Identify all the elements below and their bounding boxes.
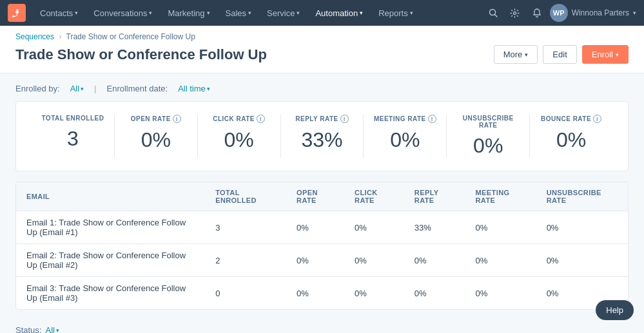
- info-icon[interactable]: i: [173, 115, 181, 123]
- meeting-rate-val: 0%: [465, 211, 536, 244]
- email-name: Email 2: Trade Show or Conference Follow…: [16, 244, 205, 277]
- table-row: Email 2: Trade Show or Conference Follow…: [16, 244, 628, 277]
- unsubscribe-rate-val: 0%: [536, 211, 628, 244]
- status-bar: Status: All ▾: [0, 320, 644, 333]
- chevron-down-icon: ▾: [81, 86, 84, 92]
- page-header: Sequences › Trade Show or Conference Fol…: [0, 26, 644, 73]
- chevron-down-icon: ▾: [360, 10, 363, 16]
- svg-line-1: [494, 15, 497, 17]
- col-click-rate: CLICK RATE: [344, 182, 404, 211]
- total-enrolled-val: 2: [205, 244, 286, 277]
- email-table-section: EMAIL TOTAL ENROLLED OPEN RATE CLICK RAT…: [15, 182, 629, 310]
- chevron-down-icon: ▾: [297, 10, 300, 16]
- col-total-enrolled: TOTAL ENROLLED: [205, 182, 286, 211]
- col-unsubscribe-rate: UNSUBSCRIBE RATE: [536, 182, 628, 211]
- open-rate-val: 0%: [286, 211, 344, 244]
- meeting-rate-val: 0%: [465, 244, 536, 277]
- nav-right-actions: WP Winnona Parters ▾: [484, 4, 636, 22]
- nav-contacts[interactable]: Contacts ▾: [34, 6, 84, 21]
- enrolled-by-label: Enrolled by:: [15, 84, 60, 93]
- breadcrumb-current: Trade Show or Conference Follow Up: [66, 32, 195, 41]
- col-meeting-rate: MEETING RATE: [465, 182, 536, 211]
- stat-click-rate: CLICK RATE i 0%: [198, 115, 281, 158]
- stat-open-rate: OPEN RATE i 0%: [115, 115, 198, 158]
- chevron-down-icon: ▾: [410, 10, 413, 16]
- breadcrumb-separator: ›: [59, 32, 61, 41]
- status-filter-label: Status:: [15, 325, 41, 333]
- status-filter[interactable]: All ▾: [45, 325, 59, 333]
- reply-rate-val: 0%: [404, 277, 465, 310]
- stat-meeting-rate: MEETING RATE i 0%: [364, 115, 447, 158]
- more-button[interactable]: More ▾: [494, 45, 538, 64]
- meeting-rate-val: 0%: [465, 277, 536, 310]
- stat-bounce-rate: BOUNCE RATE i 0%: [530, 115, 612, 158]
- user-name-label: Winnona Parters: [572, 8, 629, 17]
- hubspot-logo[interactable]: [8, 4, 26, 22]
- email-table: EMAIL TOTAL ENROLLED OPEN RATE CLICK RAT…: [16, 182, 628, 309]
- unsubscribe-rate-val: 0%: [536, 244, 628, 277]
- user-menu-chevron[interactable]: ▾: [633, 10, 636, 16]
- search-icon[interactable]: [484, 4, 502, 22]
- info-icon[interactable]: i: [257, 115, 265, 123]
- enroll-button[interactable]: Enroll ▾: [582, 45, 629, 64]
- page-title-row: Trade Show or Conference Follow Up More …: [15, 45, 629, 64]
- reply-rate-val: 33%: [404, 211, 465, 244]
- info-icon[interactable]: i: [428, 115, 436, 123]
- nav-sales[interactable]: Sales ▾: [219, 6, 259, 21]
- click-rate-val: 0%: [344, 211, 404, 244]
- top-navigation: Contacts ▾ Conversations ▾ Marketing ▾ S…: [0, 0, 644, 26]
- enrolled-by-filter[interactable]: All ▾: [70, 84, 84, 93]
- table-row: Email 3: Trade Show or Conference Follow…: [16, 277, 628, 310]
- total-enrolled-val: 0: [205, 277, 286, 310]
- filters-bar: Enrolled by: All ▾ | Enrollment date: Al…: [0, 76, 644, 101]
- reply-rate-val: 0%: [404, 244, 465, 277]
- breadcrumb-sequences-link[interactable]: Sequences: [15, 32, 54, 41]
- info-icon[interactable]: i: [340, 115, 349, 123]
- click-rate-val: 0%: [344, 244, 404, 277]
- nav-reports[interactable]: Reports ▾: [372, 6, 420, 21]
- chevron-down-icon: ▾: [616, 52, 619, 58]
- stat-reply-rate: REPLY RATE i 33%: [281, 115, 364, 158]
- content-area: Enrolled by: All ▾ | Enrollment date: Al…: [0, 73, 644, 333]
- stats-card: TOTAL ENROLLED 3 OPEN RATE i 0% CLICK RA…: [15, 101, 629, 171]
- chevron-down-icon: ▾: [75, 10, 78, 16]
- nav-service[interactable]: Service ▾: [260, 6, 306, 21]
- avatar[interactable]: WP: [550, 4, 568, 22]
- breadcrumb: Sequences › Trade Show or Conference Fol…: [15, 32, 629, 41]
- email-name: Email 1: Trade Show or Conference Follow…: [16, 211, 205, 244]
- nav-automation[interactable]: Automation ▾: [309, 6, 369, 21]
- open-rate-val: 0%: [286, 244, 344, 277]
- stat-unsubscribe-rate: UNSUBSCRIBE RATE 0%: [447, 115, 530, 158]
- filter-separator: |: [94, 84, 96, 93]
- svg-point-2: [514, 12, 516, 14]
- chevron-down-icon: ▾: [525, 52, 528, 58]
- click-rate-val: 0%: [344, 277, 404, 310]
- open-rate-val: 0%: [286, 277, 344, 310]
- chevron-down-icon: ▾: [248, 10, 251, 16]
- email-name: Email 3: Trade Show or Conference Follow…: [16, 277, 205, 310]
- edit-button[interactable]: Edit: [543, 45, 576, 64]
- chevron-down-icon: ▾: [149, 10, 152, 16]
- chevron-down-icon: ▾: [207, 10, 210, 16]
- col-email: EMAIL: [16, 182, 205, 211]
- settings-icon[interactable]: [506, 4, 524, 22]
- chevron-down-icon: ▾: [207, 86, 210, 92]
- total-enrolled-val: 3: [205, 211, 286, 244]
- info-icon[interactable]: i: [593, 115, 601, 123]
- nav-conversations[interactable]: Conversations ▾: [87, 6, 159, 21]
- chevron-down-icon: ▾: [56, 327, 59, 334]
- nav-marketing[interactable]: Marketing ▾: [161, 6, 216, 21]
- enrollment-date-filter[interactable]: All time ▾: [178, 84, 210, 93]
- notifications-icon[interactable]: [528, 4, 546, 22]
- page-title: Trade Show or Conference Follow Up: [15, 46, 267, 63]
- stat-total-enrolled: TOTAL ENROLLED 3: [32, 115, 115, 158]
- enrollment-date-label: Enrollment date:: [107, 84, 168, 93]
- header-actions: More ▾ Edit Enroll ▾: [494, 45, 629, 64]
- col-open-rate: OPEN RATE: [286, 182, 344, 211]
- col-reply-rate: REPLY RATE: [404, 182, 465, 211]
- help-button[interactable]: Help: [596, 300, 634, 320]
- table-row: Email 1: Trade Show or Conference Follow…: [16, 211, 628, 244]
